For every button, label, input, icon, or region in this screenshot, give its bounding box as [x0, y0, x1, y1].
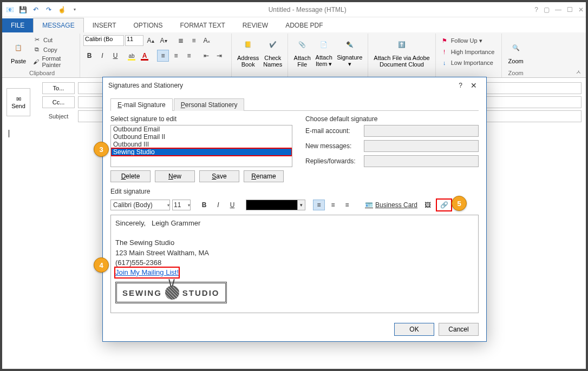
business-card-button[interactable]: 🪪Business Card — [363, 201, 420, 209]
sewing-studio-logo: SEWING STUDIO — [115, 282, 227, 303]
insert-hyperlink-icon[interactable]: 🔗 — [438, 200, 450, 210]
sig-company: The Sewing Studio — [115, 238, 474, 248]
edit-font-select[interactable]: Calibri (Body)▾ — [110, 200, 170, 210]
edit-underline-button[interactable]: U — [226, 200, 238, 210]
choose-default-label: Choose default signature — [305, 115, 479, 123]
select-signature-label: Select signature to edit — [110, 115, 292, 123]
edit-align-right-icon[interactable]: ≡ — [341, 200, 353, 210]
edit-size-select[interactable]: 11▾ — [172, 200, 191, 210]
sig-item-outbound[interactable]: Outbound Email — [111, 125, 292, 133]
insert-picture-icon[interactable]: 🖼 — [422, 200, 434, 210]
rename-button[interactable]: Rename — [244, 170, 284, 182]
dialog-close-icon[interactable]: ✕ — [467, 80, 481, 91]
sig-phone: (617)555-2368 — [115, 258, 474, 268]
edit-font-color[interactable]: ▾ — [246, 200, 305, 210]
save-button[interactable]: Save — [199, 170, 239, 182]
cancel-button[interactable]: Cancel — [439, 323, 479, 336]
delete-button[interactable]: Delete — [110, 170, 151, 182]
app-window: 📧 💾 ↶ ↷ ☝ ▾ Untitled - Message (HTML) ? … — [0, 0, 588, 371]
business-card-icon: 🪪 — [365, 201, 373, 209]
signature-list[interactable]: Outbound Email Outbound Email II Outboun… — [110, 125, 292, 167]
replies-select[interactable] — [364, 155, 479, 167]
edit-signature-label: Edit signature — [110, 188, 479, 195]
edit-italic-button[interactable]: I — [212, 200, 224, 210]
yarn-icon — [165, 286, 179, 300]
ok-button[interactable]: OK — [394, 323, 434, 336]
edit-align-left-icon[interactable]: ≡ — [313, 200, 325, 210]
signature-edit-area[interactable]: Sincerely, Leigh Grammer The Sewing Stud… — [110, 215, 479, 313]
sig-item-outbound2[interactable]: Outbound Email II — [111, 133, 292, 141]
callout-3: 3 — [94, 142, 109, 157]
dialog-overlay: Signatures and Stationery ? ✕ E-mail Sig… — [2, 2, 586, 369]
sig-mailing-link[interactable]: Join My Mailing List! — [115, 268, 179, 277]
dialog-help-icon[interactable]: ? — [459, 82, 462, 89]
edit-align-center-icon[interactable]: ≡ — [327, 200, 339, 210]
sig-name: Leigh Grammer — [152, 219, 200, 227]
new-messages-select[interactable] — [364, 140, 479, 152]
new-messages-label: New messages: — [305, 142, 360, 150]
edit-bold-button[interactable]: B — [198, 200, 210, 210]
edit-toolbar: Calibri (Body)▾ 11▾ B I U ▾ ≡ ≡ ≡ 🪪Busin… — [110, 197, 479, 213]
new-button[interactable]: New — [155, 170, 195, 182]
sig-item-sewing-studio[interactable]: Sewing Studio — [111, 148, 292, 156]
dialog-title: Signatures and Stationery — [108, 82, 183, 89]
replies-label: Replies/forwards: — [305, 157, 360, 165]
callout-5: 5 — [452, 196, 467, 211]
tab-email-signature[interactable]: E-mail Signature — [110, 98, 173, 111]
email-account-label: E-mail account: — [305, 127, 360, 135]
sig-item-outbound3[interactable]: Outbound III — [111, 141, 292, 148]
email-account-select[interactable] — [364, 125, 479, 137]
tab-personal-stationery[interactable]: Personal Stationery — [174, 98, 245, 111]
sig-salutation: Sincerely, — [115, 219, 146, 227]
callout-4: 4 — [94, 257, 109, 273]
signatures-dialog: Signatures and Stationery ? ✕ E-mail Sig… — [102, 77, 487, 342]
sig-address: 123 Main Street Waltham, MA — [115, 248, 474, 258]
